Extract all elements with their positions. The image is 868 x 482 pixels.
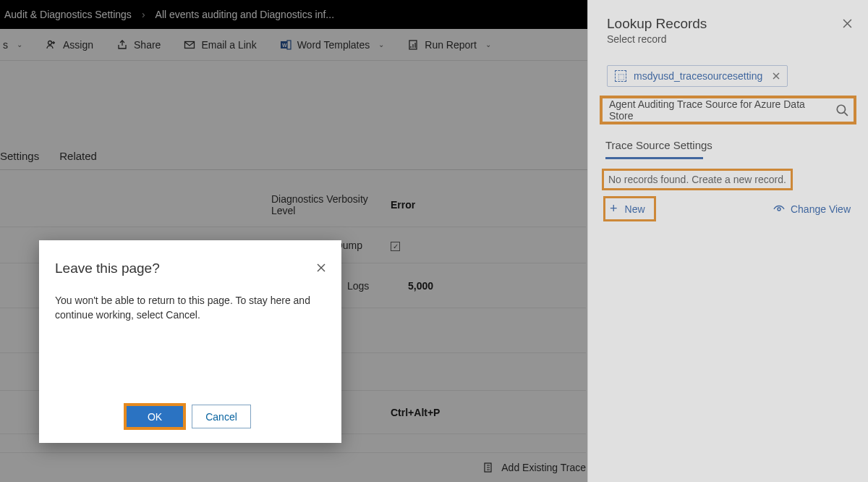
change-view-button[interactable]: Change View — [773, 203, 851, 215]
remove-chip-icon[interactable] — [773, 72, 780, 80]
entity-chip[interactable]: ⬚ msdyusd_tracesourcesetting — [607, 65, 788, 87]
lookup-search-wrap: Agent Auditing Trace Source for Azure Da… — [588, 87, 868, 123]
search-icon[interactable] — [835, 103, 848, 117]
lookup-empty-message: No records found. Create a new record. — [604, 171, 791, 188]
dialog-actions: OK Cancel — [55, 405, 321, 428]
entity-icon: ⬚ — [615, 70, 626, 82]
cancel-button[interactable]: Cancel — [192, 405, 251, 428]
close-icon[interactable] — [314, 261, 328, 275]
dialog-title: Leave this page? — [55, 261, 321, 276]
close-icon[interactable] — [843, 19, 852, 28]
leave-page-dialog: Leave this page? You won't be able to re… — [39, 240, 341, 443]
svg-point-19 — [837, 105, 845, 113]
ok-button[interactable]: OK — [125, 405, 184, 428]
new-button-label: New — [625, 203, 645, 215]
search-input[interactable]: Agent Auditing Trace Source for Azure Da… — [601, 97, 855, 123]
new-button[interactable]: + New — [605, 198, 654, 219]
lookup-section: Trace Source Settings — [588, 123, 868, 159]
search-input-text: Agent Auditing Trace Source for Azure Da… — [609, 98, 830, 122]
change-view-label: Change View — [791, 203, 851, 215]
lookup-section-title: Trace Source Settings — [605, 139, 851, 157]
svg-line-20 — [844, 112, 848, 116]
lookup-chip-row: ⬚ msdyusd_tracesourcesetting — [588, 52, 868, 87]
lookup-panel: Lookup Records Select record ⬚ msdyusd_t… — [587, 0, 868, 482]
plus-icon: + — [610, 201, 618, 216]
lookup-header: Lookup Records Select record — [588, 0, 868, 52]
lookup-subtitle: Select record — [607, 33, 849, 45]
svg-point-21 — [778, 208, 780, 211]
eye-icon — [773, 203, 785, 215]
entity-chip-label: msdyusd_tracesourcesetting — [634, 70, 762, 82]
dialog-body: You won't be able to return to this page… — [55, 294, 321, 322]
lookup-actions: + New Change View — [588, 188, 868, 219]
lookup-title: Lookup Records — [607, 16, 849, 32]
lookup-empty-wrap: No records found. Create a new record. — [588, 159, 868, 188]
